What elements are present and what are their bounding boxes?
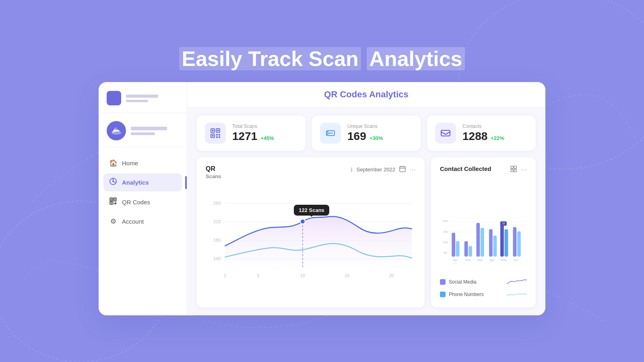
svg-rect-12 <box>115 202 116 202</box>
svg-text:20: 20 <box>389 273 394 278</box>
svg-rect-14 <box>115 203 116 204</box>
svg-text:150: 150 <box>443 230 448 234</box>
svg-rect-24 <box>219 136 220 138</box>
sidebar-logo <box>99 82 187 113</box>
svg-text:May: May <box>501 258 507 262</box>
chart-title-qr: QR <box>206 165 221 173</box>
user-info <box>131 127 167 135</box>
svg-rect-26 <box>441 130 450 136</box>
svg-rect-43 <box>511 166 513 169</box>
svg-text:Feb: Feb <box>465 258 471 262</box>
svg-text:10: 10 <box>300 273 305 278</box>
svg-rect-16 <box>212 130 214 132</box>
analytics-icon <box>109 178 117 187</box>
stat-change-unique-scans: +30% <box>369 135 383 141</box>
main-header: QR Codes Analytics <box>187 82 545 107</box>
svg-rect-11 <box>114 202 114 202</box>
svg-point-37 <box>300 219 305 224</box>
sidebar-item-home[interactable]: 🏠 Home <box>103 154 182 172</box>
chart-more-icon[interactable]: ··· <box>410 165 416 174</box>
sidebar-nav: 🏠 Home Analytics QR Codes ⚙ Account <box>99 147 187 237</box>
chart-header-main: QR Scans ℹ September 2022 ··· <box>206 165 416 179</box>
svg-rect-46 <box>514 169 516 172</box>
stat-value-unique-scans: 169 <box>347 130 366 143</box>
contact-more-icon[interactable]: ··· <box>521 165 527 174</box>
sidebar-item-account[interactable]: ⚙ Account <box>103 213 182 230</box>
home-icon: 🏠 <box>109 159 117 167</box>
chart-subtitle-scans: Scans <box>206 173 221 179</box>
charts-row: QR Scans ℹ September 2022 ··· <box>197 157 536 307</box>
svg-rect-57 <box>464 241 468 257</box>
chart-calendar-icon[interactable] <box>399 166 406 173</box>
sidebar-item-home-label: Home <box>122 160 138 167</box>
svg-rect-63 <box>500 225 504 257</box>
logo-line-1 <box>126 95 158 98</box>
svg-text:200: 200 <box>443 219 448 223</box>
bar-chart-wrap: 200 150 100 50 <box>440 179 527 274</box>
logo-line-2 <box>126 100 148 102</box>
stat-card-total-scans: Total Scans 1271 +45% <box>197 115 305 151</box>
chart-title-block: QR Scans <box>206 165 221 179</box>
svg-rect-55 <box>452 233 455 257</box>
sparkline-phone <box>507 289 527 299</box>
chart-legend: Social Media Phone Numbers <box>440 277 527 299</box>
sidebar-item-analytics[interactable]: Analytics <box>103 173 182 191</box>
page-title-highlight: Analytics <box>367 47 464 70</box>
stat-label-contacts: Contacts <box>462 123 504 129</box>
svg-rect-56 <box>456 241 460 257</box>
svg-rect-62 <box>493 236 497 257</box>
user-name-placeholder <box>131 127 167 130</box>
svg-rect-67 <box>513 227 517 257</box>
svg-text:16: 16 <box>502 222 505 225</box>
contact-chart-icon <box>510 166 517 173</box>
svg-text:Apr: Apr <box>489 258 495 262</box>
main-chart-card: QR Scans ℹ September 2022 ··· <box>197 157 425 307</box>
svg-rect-58 <box>469 246 472 257</box>
legend-dot-social <box>440 279 446 285</box>
logo-icon <box>107 91 121 105</box>
svg-rect-13 <box>114 203 114 204</box>
chart-date: September 2022 <box>357 167 395 173</box>
svg-text:100: 100 <box>443 241 448 244</box>
shoe-icon <box>110 125 122 137</box>
legend-dot-phone <box>440 292 446 297</box>
main-body: Total Scans 1271 +45% Unique Scans <box>187 107 545 315</box>
contact-chart-title: Contact Collected <box>440 165 491 172</box>
svg-text:15: 15 <box>345 273 349 278</box>
contact-chart-header: Contact Collected ··· <box>440 165 527 174</box>
page-title-main: Easily Track Scan <box>179 47 361 70</box>
svg-rect-59 <box>477 223 480 257</box>
dashboard-card: 🏠 Home Analytics QR Codes ⚙ Account <box>99 82 545 315</box>
stat-info-contacts: Contacts 1288 +22% <box>462 123 504 143</box>
svg-text:180: 180 <box>213 238 221 243</box>
svg-rect-45 <box>511 169 513 172</box>
svg-text:5: 5 <box>257 273 259 278</box>
svg-text:Jul: Jul <box>453 261 457 265</box>
svg-rect-61 <box>489 229 493 257</box>
sidebar-item-analytics-label: Analytics <box>122 179 149 186</box>
sparkline-social <box>507 277 527 287</box>
stat-value-total-scans: 1271 <box>232 130 257 143</box>
sidebar-item-qrcodes-label: QR Codes <box>122 199 150 206</box>
stat-icon-contacts <box>435 123 456 144</box>
stat-info-total-scans: Total Scans 1271 +45% <box>232 123 274 143</box>
sidebar-item-qrcodes[interactable]: QR Codes <box>103 193 182 211</box>
svg-text:140: 140 <box>213 256 221 261</box>
stat-icon-unique-scans <box>320 123 341 144</box>
chart-controls: ℹ September 2022 ··· <box>351 165 416 174</box>
account-icon: ⚙ <box>109 217 117 226</box>
sidebar-user <box>99 113 187 147</box>
stat-info-unique-scans: Unique Scans 169 +30% <box>347 123 383 143</box>
stat-card-contacts: Contacts 1288 +22% <box>427 115 536 151</box>
svg-text:50: 50 <box>444 251 447 255</box>
bar-chart-svg: 200 150 100 50 <box>440 217 527 274</box>
chart-info-icon[interactable]: ℹ <box>351 167 353 173</box>
sidebar-item-account-label: Account <box>122 218 144 225</box>
svg-rect-44 <box>514 166 516 169</box>
svg-rect-10 <box>111 202 112 204</box>
legend-item-phone: Phone Numbers <box>440 289 527 299</box>
stat-value-row-unique-scans: 169 +30% <box>347 130 383 143</box>
main-chart-svg-wrap: 260 220 180 140 <box>206 184 416 299</box>
svg-text:260: 260 <box>213 201 221 206</box>
contact-chart-card: Contact Collected ··· 200 150 <box>431 157 536 307</box>
